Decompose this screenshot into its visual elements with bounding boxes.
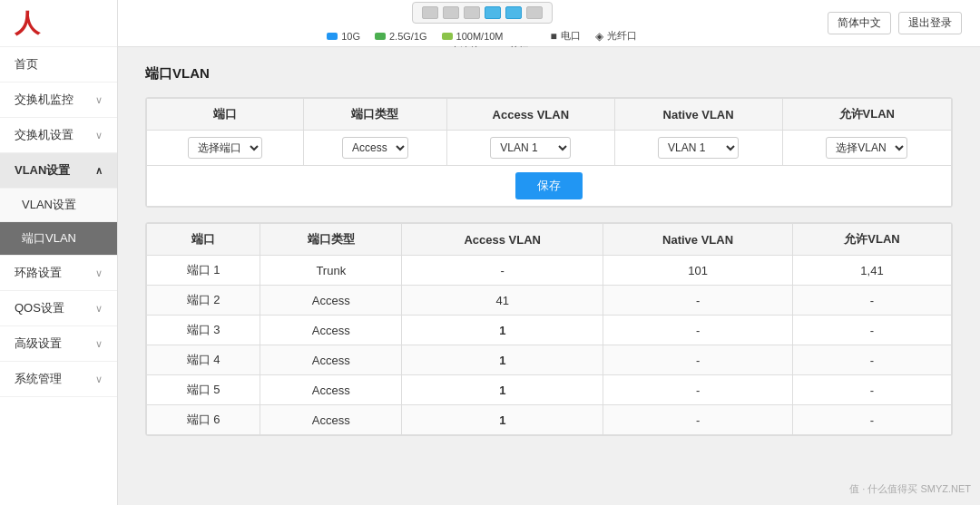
- form-header-access-vlan: Access VLAN: [446, 99, 614, 131]
- table-row: 端口 4Access1--: [147, 345, 952, 375]
- logout-button[interactable]: 退出登录: [898, 12, 962, 34]
- sidebar-item-qos-settings[interactable]: QOS设置 ∨: [0, 291, 117, 326]
- port-6-icon: [526, 6, 543, 19]
- table-cell-1: Access: [260, 405, 402, 435]
- table-header-port: 端口: [147, 224, 260, 256]
- form-row: 选择端口 端口 1 端口 2 端口 3 Access Trunk Hybrid: [147, 131, 952, 166]
- table-cell-3: -: [603, 345, 793, 375]
- save-button[interactable]: 保存: [515, 172, 583, 199]
- legend-electric: ■ 电口: [551, 29, 581, 43]
- port-3-icon: [464, 6, 480, 19]
- port-1-icon: [422, 6, 438, 19]
- table-cell-3: -: [603, 316, 793, 345]
- 10g-color: [327, 33, 338, 40]
- legend-100m: 100M/10M: [442, 31, 504, 42]
- sidebar-item-label: 交换机监控: [15, 92, 74, 108]
- table-cell-3: 101: [603, 256, 793, 286]
- sidebar-item-label: 高级设置: [15, 335, 62, 352]
- access-vlan-select[interactable]: VLAN 1 VLAN 41 VLAN 101: [490, 137, 571, 159]
- chevron-icon: ∨: [95, 267, 103, 279]
- legend-optical: ◈ 光纤口: [595, 29, 637, 43]
- page-title: 端口VLAN: [145, 65, 953, 83]
- allow-vlan-select-cell[interactable]: 选择VLAN VLAN 1 VLAN 41: [782, 131, 952, 166]
- chevron-icon: ∨: [95, 374, 103, 385]
- table-cell-2: 1: [402, 345, 603, 375]
- electric-icon: ■: [551, 30, 557, 43]
- sidebar-item-loop-settings[interactable]: 环路设置 ∨: [0, 256, 117, 291]
- table-cell-4: -: [792, 405, 951, 435]
- table-header-access-vlan: Access VLAN: [402, 224, 603, 256]
- content-area: 端口VLAN 端口 端口类型 Access VLAN Native VLAN 允…: [118, 47, 980, 505]
- sidebar-item-label: 交换机设置: [15, 127, 74, 143]
- sidebar-item-label: 系统管理: [15, 371, 62, 387]
- table-row: 端口 6Access1--: [147, 405, 952, 435]
- port-5-icon: [505, 6, 522, 19]
- table-cell-0: 端口 1: [147, 256, 260, 286]
- legend-10g: 10G: [327, 31, 360, 42]
- table-cell-4: -: [792, 316, 951, 345]
- form-header-type: 端口类型: [304, 99, 447, 131]
- table-cell-2: 1: [402, 375, 603, 405]
- chevron-icon: ∨: [95, 303, 103, 315]
- sidebar-item-home[interactable]: 首页: [0, 47, 117, 83]
- logo-icon: 人: [15, 11, 40, 36]
- form-card: 端口 端口类型 Access VLAN Native VLAN 允许VLAN 选…: [145, 97, 953, 208]
- topbar: 1 2 3 4 5 6 1: [118, 0, 980, 47]
- form-header-allow-vlan: 允许VLAN: [782, 99, 952, 131]
- table-cell-0: 端口 6: [147, 405, 260, 435]
- sidebar-item-label: VLAN设置: [15, 162, 70, 179]
- table-header-native-vlan: Native VLAN: [603, 224, 793, 256]
- table-cell-3: -: [603, 286, 793, 316]
- sidebar-item-switch-settings[interactable]: 交换机设置 ∨: [0, 118, 117, 153]
- sidebar-item-vlan-settings[interactable]: VLAN设置 ∧: [0, 153, 117, 189]
- table-cell-2: 1: [402, 316, 603, 345]
- table-cell-1: Access: [260, 345, 402, 375]
- table-cell-4: 1,41: [792, 256, 951, 286]
- allow-vlan-select[interactable]: 选择VLAN VLAN 1 VLAN 41: [826, 137, 907, 159]
- legend-25g: 2.5G/1G: [375, 31, 427, 42]
- port-select[interactable]: 选择端口 端口 1 端口 2 端口 3: [188, 137, 262, 159]
- table-cell-2: 41: [402, 286, 603, 316]
- sidebar-subitem-label: 端口VLAN: [22, 231, 76, 245]
- access-vlan-select-cell[interactable]: VLAN 1 VLAN 41 VLAN 101: [446, 131, 614, 166]
- table-row: 端口 3Access1--: [147, 316, 952, 345]
- sidebar-item-switch-monitor[interactable]: 交换机监控 ∨: [0, 83, 117, 118]
- chevron-icon: ∧: [95, 165, 103, 177]
- port-select-cell[interactable]: 选择端口 端口 1 端口 2 端口 3: [147, 131, 304, 166]
- data-table: 端口 端口类型 Access VLAN Native VLAN 允许VLAN 端…: [146, 223, 952, 435]
- chevron-icon: ∨: [95, 130, 103, 141]
- sidebar-item-advanced-settings[interactable]: 高级设置 ∨: [0, 326, 117, 362]
- form-header-native-vlan: Native VLAN: [614, 99, 782, 131]
- table-cell-3: -: [603, 375, 793, 405]
- table-cell-4: -: [792, 375, 951, 405]
- sidebar-item-label: QOS设置: [15, 300, 64, 316]
- language-button[interactable]: 简体中文: [828, 12, 891, 34]
- sidebar-item-label: 首页: [15, 56, 38, 73]
- form-header-port: 端口: [147, 99, 304, 131]
- data-card: 端口 端口类型 Access VLAN Native VLAN 允许VLAN 端…: [145, 222, 953, 436]
- table-cell-1: Access: [260, 316, 402, 345]
- table-cell-4: -: [792, 286, 951, 316]
- 25g-color: [375, 33, 386, 40]
- optical-icon: ◈: [595, 30, 603, 43]
- table-header-allow-vlan: 允许VLAN: [792, 224, 951, 256]
- table-cell-3: -: [603, 405, 793, 435]
- table-cell-1: Trunk: [260, 256, 402, 286]
- port-4-icon: [485, 6, 501, 19]
- sidebar-subitem-vlan-settings[interactable]: VLAN设置: [0, 189, 117, 222]
- sidebar-item-system-mgmt[interactable]: 系统管理 ∨: [0, 362, 117, 397]
- form-table: 端口 端口类型 Access VLAN Native VLAN 允许VLAN 选…: [146, 98, 952, 207]
- port-type-select[interactable]: Access Trunk Hybrid: [342, 137, 408, 159]
- ports-row: [412, 2, 553, 24]
- port-type-select-cell[interactable]: Access Trunk Hybrid: [304, 131, 447, 166]
- table-cell-0: 端口 2: [147, 286, 260, 316]
- table-header-type: 端口类型: [260, 224, 402, 256]
- logo: 人: [0, 0, 117, 47]
- sidebar-subitem-port-vlan[interactable]: 端口VLAN: [0, 222, 117, 256]
- form-save-row: 保存: [147, 166, 952, 207]
- table-cell-1: Access: [260, 286, 402, 316]
- native-vlan-select[interactable]: VLAN 1 VLAN 41 VLAN 101: [658, 137, 739, 159]
- native-vlan-select-cell[interactable]: VLAN 1 VLAN 41 VLAN 101: [614, 131, 782, 166]
- sidebar-subitem-label: VLAN设置: [22, 198, 76, 211]
- table-cell-0: 端口 4: [147, 345, 260, 375]
